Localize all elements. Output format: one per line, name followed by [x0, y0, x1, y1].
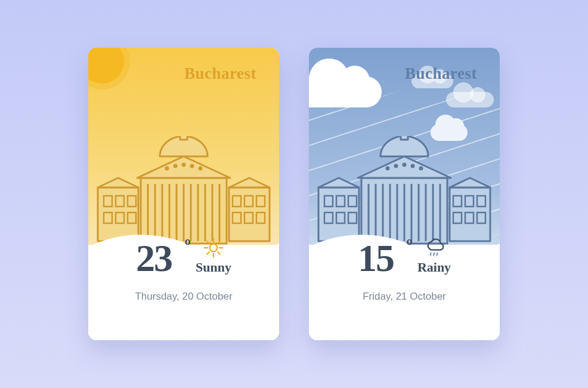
svg-marker-47 [318, 178, 359, 187]
svg-marker-5 [137, 156, 230, 178]
svg-point-9 [174, 164, 178, 168]
svg-point-57 [419, 167, 423, 171]
date-label: Friday, 21 October [309, 291, 500, 303]
svg-line-43 [218, 241, 220, 244]
svg-marker-48 [450, 178, 490, 187]
svg-marker-3 [229, 178, 270, 187]
weather-card-sunny: Bucharest [88, 48, 279, 340]
rain-cloud-icon [423, 237, 445, 258]
cloud-icon [309, 76, 382, 107]
weather-card-rainy: Bucharest [309, 48, 500, 340]
svg-rect-6 [180, 136, 187, 140]
svg-point-8 [165, 167, 169, 171]
svg-marker-50 [358, 156, 451, 178]
svg-point-10 [182, 163, 186, 167]
svg-point-55 [403, 163, 407, 167]
svg-point-56 [411, 164, 415, 168]
svg-line-83 [437, 253, 438, 255]
date-label: Thursday, 20 October [88, 291, 279, 303]
svg-point-12 [199, 167, 203, 171]
svg-line-41 [207, 241, 209, 244]
city-name: Bucharest [405, 64, 477, 83]
svg-line-81 [431, 253, 431, 255]
svg-point-36 [210, 244, 218, 252]
sun-small-icon [203, 237, 224, 258]
svg-line-82 [434, 253, 434, 255]
condition-label: Sunny [196, 260, 231, 275]
svg-point-54 [394, 164, 398, 168]
svg-line-42 [218, 252, 220, 254]
city-name: Bucharest [184, 64, 256, 83]
cloud-icon [446, 92, 494, 107]
info-panel: 15º Rainy Friday, 21 October [309, 235, 500, 327]
svg-rect-51 [401, 136, 408, 140]
temperature-value: 23º [136, 239, 172, 278]
svg-line-44 [207, 252, 209, 254]
condition-label: Rainy [417, 260, 451, 275]
temperature-value: 15º [358, 239, 394, 278]
svg-point-53 [386, 167, 390, 171]
info-panel: 23º Sunny Thursday, 20 October [88, 235, 279, 327]
svg-point-11 [190, 164, 194, 168]
sun-icon [88, 48, 124, 84]
svg-marker-2 [98, 178, 138, 187]
